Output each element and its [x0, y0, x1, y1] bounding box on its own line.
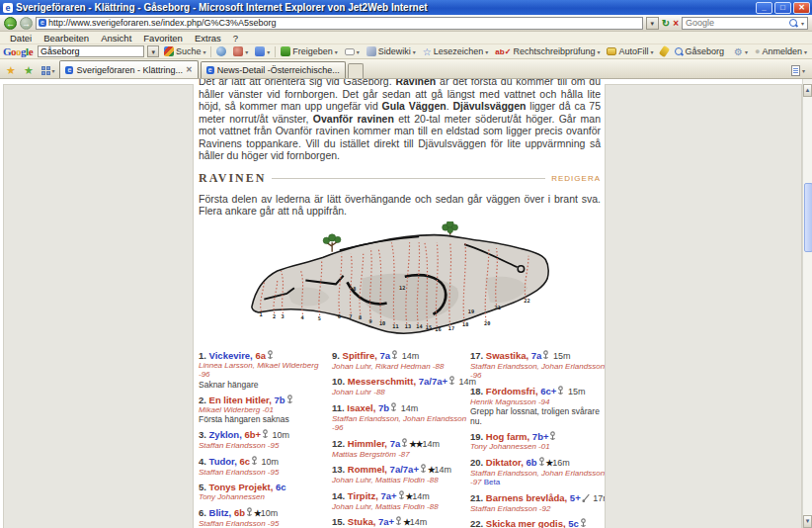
toolbar-settings-button[interactable]: ⚙▾ — [732, 46, 750, 57]
route-grade-link[interactable]: 6b+ — [242, 429, 261, 440]
back-button[interactable]: ← — [4, 17, 17, 30]
route-name-link[interactable]: Messerschmitt, — [348, 376, 416, 387]
route-name-link[interactable]: Zyklon, — [209, 429, 242, 440]
route-title-line: 5. Tonys Projekt, 6c — [199, 482, 329, 492]
forward-button[interactable]: → — [20, 17, 33, 30]
route-name-link[interactable]: Tirpitz, — [348, 490, 378, 501]
route-name-link[interactable]: Rommel, — [348, 464, 387, 475]
site-info-button[interactable]: ▾ — [231, 46, 250, 56]
route-grade-link[interactable]: 6a — [253, 350, 266, 361]
address-dropdown-icon[interactable]: ▾ — [646, 17, 659, 30]
route-grade-link[interactable]: 6b — [524, 457, 537, 468]
menu-item-?[interactable]: ? — [227, 33, 244, 44]
sidewiki-button[interactable]: Sidewiki▾ — [365, 46, 418, 56]
route-grade-link[interactable]: 7a — [377, 350, 390, 361]
quick-tabs-button[interactable]: ▾ — [39, 62, 58, 78]
route-name-link[interactable]: Spitfire, — [343, 350, 377, 361]
route-name-link[interactable]: Diktator, — [486, 457, 524, 468]
route-grade-link[interactable]: 6b — [231, 507, 245, 518]
url-text[interactable]: http://www.sverigeforaren.se/index.php/G… — [48, 18, 640, 28]
word-find-button[interactable]: Gåseborg — [673, 46, 727, 56]
route-grade-link[interactable]: 7a+ — [375, 516, 394, 527]
google-toolbar: Google ▾ Suche▾ ▾ ▾ Freigeben▾ ▾ Sidewik… — [0, 44, 812, 59]
tab-2[interactable]: eNews-Detail -Österreichische... — [201, 61, 346, 78]
ie-search-input[interactable] — [686, 18, 786, 28]
route-first-ascent: Tony Johannessen — [199, 492, 329, 502]
google-search-dropdown-icon[interactable]: ▾ — [147, 45, 158, 57]
menu-item-ansicht[interactable]: Ansicht — [95, 33, 137, 44]
scrollbar-thumb[interactable] — [804, 183, 812, 252]
edit-link[interactable]: REDIGERA — [551, 174, 601, 183]
route-grade-link[interactable]: 7a+ — [378, 490, 397, 501]
google-search-button[interactable]: Suche▾ — [162, 46, 208, 56]
menu-item-datei[interactable]: Datei — [4, 33, 38, 44]
route-name-link[interactable]: En liten Hitler, — [209, 395, 272, 405]
tab-1[interactable]: eSverigeföraren - Klättring...✕ — [59, 60, 198, 78]
ie-search-box[interactable]: ▾ — [682, 17, 808, 30]
route-grade-link[interactable]: 5c — [566, 518, 579, 528]
scroll-down-button[interactable]: ▼ — [803, 515, 812, 528]
section-header: RAVINEN REDIGERA — [199, 171, 601, 186]
route-name-link[interactable]: Isaxel, — [347, 402, 375, 413]
favorites-button[interactable]: ★ — [3, 62, 19, 78]
route-grade-link[interactable]: 6c — [273, 482, 285, 492]
route-grade-link[interactable]: 7b — [375, 402, 389, 413]
tab-favicon: e — [65, 66, 73, 74]
add-favorite-button[interactable]: ★ — [21, 62, 37, 78]
highlighter-button[interactable] — [659, 46, 670, 56]
mail-button[interactable]: ▾ — [343, 48, 362, 55]
route-grade-link[interactable]: 7b — [272, 395, 285, 405]
search-dropdown-icon[interactable]: ▾ — [801, 20, 804, 27]
autofill-button[interactable]: AutoFill▾ — [605, 46, 655, 56]
route-name-link[interactable]: Tonys Projekt, — [209, 482, 274, 492]
route-grade-link[interactable]: 7a — [387, 438, 400, 449]
route-name-link[interactable]: Skicka mer godis, — [486, 518, 566, 528]
new-tab-stub[interactable] — [348, 63, 364, 78]
route-grade-link[interactable]: 7a/7a+ — [416, 376, 447, 387]
bookmarks-button[interactable]: ☆ Lesezeichen▾ — [421, 46, 491, 57]
route-grade-link[interactable]: 6c+ — [538, 386, 557, 396]
page-scrollbar[interactable]: ▲ ▼ — [802, 79, 812, 528]
route-name-link[interactable]: Vickevire, — [209, 350, 253, 361]
tab-close-icon[interactable]: ✕ — [186, 65, 193, 74]
add-gadget-button[interactable]: ▾ — [253, 46, 272, 56]
route-beta-link[interactable]: Beta — [482, 478, 501, 486]
signin-button[interactable]: ● Anmelden▾ — [753, 46, 809, 56]
route-grade-link[interactable]: 7b+ — [529, 431, 548, 442]
route-name-link[interactable]: Blitz, — [209, 507, 232, 518]
menu-item-extras[interactable]: Extras — [189, 33, 227, 44]
route-name-link[interactable]: Stuka, — [348, 516, 376, 527]
route-number: 20. — [470, 457, 486, 468]
route-name-link[interactable]: Himmler, — [348, 438, 387, 449]
refresh-icon[interactable]: ↻ — [662, 17, 670, 30]
stop-icon[interactable]: × — [673, 17, 679, 30]
route-number: 18. — [470, 386, 486, 396]
scroll-up-button[interactable]: ▲ — [803, 84, 812, 97]
share-button[interactable]: Freigeben▾ — [279, 46, 340, 56]
route-name-link[interactable]: Barnens brevlåda, — [486, 492, 567, 503]
route-name-link[interactable]: Fördomsfri, — [486, 386, 538, 396]
route-name-link[interactable]: Tudor, — [209, 456, 237, 467]
route-name-link[interactable]: Hog farm, — [486, 431, 529, 442]
route-title-line: 2. En liten Hitler, 7b — [199, 395, 329, 405]
spellcheck-button[interactable]: ab✓ Rechtschreibprüfung▾ — [493, 46, 602, 56]
maximize-button[interactable]: □ — [774, 2, 791, 14]
search-icon[interactable] — [789, 19, 798, 28]
route-first-ascent: Staffan Erlandsson, Johan Erlandsson -97… — [470, 469, 605, 487]
route-grade-link[interactable]: 6c — [237, 456, 250, 467]
page-menu-button[interactable]: ▾ — [787, 62, 809, 78]
menu-item-favoriten[interactable]: Favoriten — [137, 33, 189, 44]
plus-icon — [255, 46, 265, 56]
minimize-button[interactable]: _ — [756, 2, 772, 14]
google-search-box[interactable] — [38, 45, 144, 57]
route-grade-link[interactable]: 7a — [528, 350, 541, 361]
topo-route-number: 19 — [467, 308, 473, 313]
route-grade-link[interactable]: 5+ — [567, 492, 580, 503]
menu-item-bearbeiten[interactable]: Bearbeiten — [38, 33, 95, 44]
close-button[interactable]: ✕ — [793, 2, 810, 14]
route-name-link[interactable]: Swastika, — [486, 350, 528, 361]
address-field[interactable]: e http://www.sverigeforaren.se/index.php… — [36, 17, 643, 30]
google-search-input[interactable] — [39, 46, 143, 56]
route-grade-link[interactable]: 7a/7a+ — [387, 464, 419, 475]
pagerank-globe-button[interactable] — [214, 46, 228, 56]
